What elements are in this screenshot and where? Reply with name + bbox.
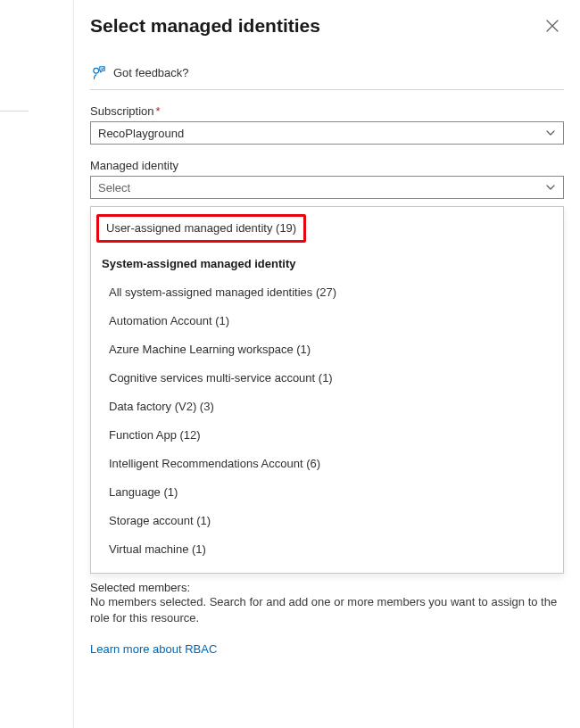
chevron-down-icon (545, 182, 556, 193)
subscription-field: Subscription* RecoPlayground (90, 104, 564, 145)
close-button[interactable] (541, 14, 564, 37)
feedback-icon (90, 64, 106, 80)
dropdown-option-user-assigned[interactable]: User-assigned managed identity (19) (96, 214, 306, 243)
dropdown-suboption[interactable]: Storage account (1) (91, 507, 563, 535)
managed-identity-label: Managed identity (90, 159, 564, 172)
panel-header: Select managed identities (90, 14, 564, 37)
feedback-label: Got feedback? (113, 66, 189, 79)
selected-members-block: Selected members: No members selected. S… (90, 581, 564, 626)
side-panel: Select managed identities Got feedback? (73, 0, 580, 728)
subscription-value: RecoPlayground (98, 127, 184, 140)
learn-more-link[interactable]: Learn more about RBAC (90, 642, 217, 656)
dropdown-suboption[interactable]: Data factory (V2) (3) (91, 393, 563, 421)
selected-members-message: No members selected. Search for and add … (90, 594, 564, 626)
svg-point-0 (94, 68, 99, 73)
selected-members-title: Selected members: (90, 581, 564, 594)
dropdown-header-system-assigned: System-assigned managed identity (91, 250, 563, 278)
dropdown-suboption[interactable]: Cognitive services multi-service account… (91, 364, 563, 393)
dropdown-suboption[interactable]: Function App (12) (91, 421, 563, 450)
subscription-label: Subscription* (90, 104, 564, 118)
dropdown-suboption[interactable]: Intelligent Recommendations Account (6) (91, 450, 563, 478)
required-indicator: * (156, 104, 161, 118)
managed-identity-dropdown: User-assigned managed identity (19) Syst… (90, 206, 564, 574)
close-icon (546, 20, 559, 32)
feedback-link[interactable]: Got feedback? (90, 64, 564, 90)
panel-title: Select managed identities (90, 15, 320, 37)
chevron-down-icon (545, 128, 556, 138)
managed-identity-field: Managed identity Select User-assigned ma… (90, 159, 564, 574)
dropdown-suboption[interactable]: Automation Account (1) (91, 307, 563, 335)
dropdown-suboption[interactable]: Virtual machine (1) (91, 535, 563, 564)
managed-identity-select[interactable]: Select (90, 176, 564, 199)
dropdown-suboption[interactable]: Azure Machine Learning workspace (1) (91, 335, 563, 364)
left-gutter (0, 0, 73, 728)
dropdown-suboption[interactable]: All system-assigned managed identities (… (91, 278, 563, 307)
subscription-select[interactable]: RecoPlayground (90, 121, 564, 145)
dropdown-suboption[interactable]: Language (1) (91, 478, 563, 507)
managed-identity-placeholder: Select (98, 181, 130, 194)
